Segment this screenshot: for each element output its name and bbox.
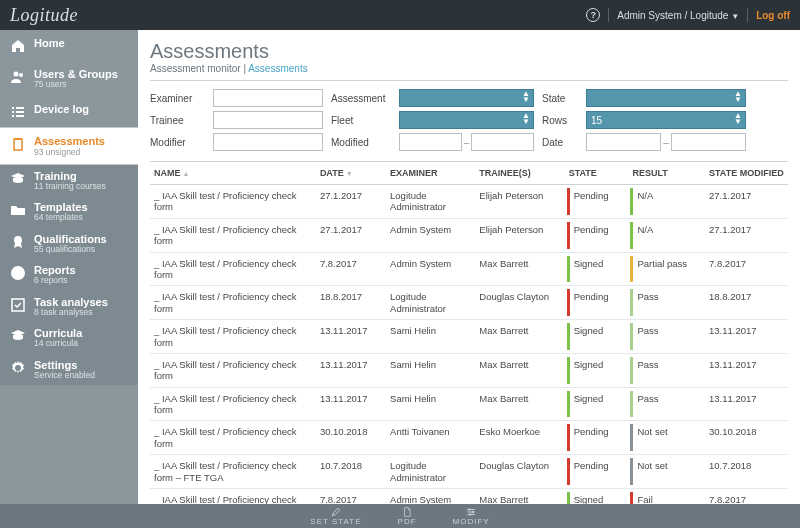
cell-result: Not set xyxy=(628,421,705,455)
cell-result: N/A xyxy=(628,185,705,219)
filter-modified-from[interactable] xyxy=(399,133,462,151)
cell-trainee: Max Barrett xyxy=(475,252,564,286)
cell-date: 27.1.2017 xyxy=(316,218,386,252)
chevron-down-icon: ▼ xyxy=(731,12,739,21)
col-trainees[interactable]: TRAINEE(S) xyxy=(475,162,564,185)
sidebar-item-qualifications[interactable]: Qualifications55 qualifications xyxy=(0,228,138,259)
cell-date: 7.8.2017 xyxy=(316,489,386,504)
col-name[interactable]: NAME▲ xyxy=(150,162,316,185)
table-row[interactable]: _ IAA Skill test / Proficiency check for… xyxy=(150,455,788,489)
cell-name: _ IAA Skill test / Proficiency check for… xyxy=(150,421,316,455)
sidebar-item-devicelog[interactable]: Device log xyxy=(0,96,138,127)
filter-trainee-input[interactable] xyxy=(213,111,323,129)
breadcrumb: Assessment monitor | Assessments xyxy=(150,63,788,74)
table-row[interactable]: _ IAA Skill test / Proficiency check for… xyxy=(150,387,788,421)
filter-rows-select[interactable]: 15▲▼ xyxy=(586,111,746,129)
cell-state: Pending xyxy=(565,185,629,219)
filter-label-examiner: Examiner xyxy=(150,93,205,104)
cell-state: Signed xyxy=(565,252,629,286)
pencil-icon xyxy=(330,507,342,517)
cell-result: N/A xyxy=(628,218,705,252)
cell-trainee: Max Barrett xyxy=(475,489,564,504)
cell-name: _ IAA Skill test / Proficiency check for… xyxy=(150,185,316,219)
sidebar-item-users[interactable]: Users & Groups75 users xyxy=(0,61,138,96)
sidebar-item-training[interactable]: Training11 training courses xyxy=(0,165,138,196)
table-row[interactable]: _ IAA Skill test / Proficiency check for… xyxy=(150,320,788,354)
sidebar-item-subtitle: 93 unsigned xyxy=(34,148,105,157)
sidebar-item-title: Settings xyxy=(34,359,95,371)
cell-name: _ IAA Skill test / Proficiency check for… xyxy=(150,353,316,387)
help-icon[interactable]: ? xyxy=(586,8,600,22)
filter-date-from[interactable] xyxy=(586,133,661,151)
cell-examiner: Admin System xyxy=(386,252,475,286)
filter-label-state: State xyxy=(542,93,578,104)
breadcrumb-parent[interactable]: Assessment monitor xyxy=(150,63,241,74)
table-row[interactable]: _ IAA Skill test / Proficiency check for… xyxy=(150,353,788,387)
sidebar-item-subtitle: 11 training courses xyxy=(34,182,106,191)
cell-date: 30.10.2018 xyxy=(316,421,386,455)
filter-assessment-select[interactable]: ▲▼ xyxy=(399,89,534,107)
filter-modified-to[interactable] xyxy=(471,133,534,151)
logoff-link[interactable]: Log off xyxy=(756,10,790,21)
grad-icon xyxy=(10,170,26,187)
brand-logo: Logitude xyxy=(10,5,78,26)
col-state-modified[interactable]: STATE MODIFIED xyxy=(705,162,788,185)
page-title: Assessments xyxy=(150,40,788,63)
sidebar-item-subtitle: 75 users xyxy=(34,80,118,89)
cell-state-modified: 7.8.2017 xyxy=(705,252,788,286)
svg-point-2 xyxy=(14,236,22,244)
svg-point-0 xyxy=(14,72,19,77)
sidebar-item-home[interactable]: Home xyxy=(0,30,138,61)
col-examiner[interactable]: EXAMINER xyxy=(386,162,475,185)
cell-examiner: Admin System xyxy=(386,489,475,504)
cell-result: Fail xyxy=(628,489,705,504)
cell-state: Pending xyxy=(565,218,629,252)
award-icon xyxy=(10,233,26,250)
results-table-scroll[interactable]: NAME▲ DATE▼ EXAMINER TRAINEE(S) STATE RE… xyxy=(150,161,788,504)
filter-fleet-select[interactable]: ▲▼ xyxy=(399,111,534,129)
sidebar-item-subtitle: 64 templates xyxy=(34,213,88,222)
pdf-action[interactable]: PDF xyxy=(398,507,417,526)
cell-name: _ IAA Skill test / Proficiency check for… xyxy=(150,218,316,252)
sidebar-item-reports[interactable]: Reports6 reports xyxy=(0,259,138,290)
cell-name: _ IAA Skill test / Proficiency check for… xyxy=(150,252,316,286)
user-menu[interactable]: Admin System / Logitude ▼ xyxy=(617,10,739,21)
sidebar-item-assessments[interactable]: Assessments93 unsigned xyxy=(0,127,138,164)
sidebar-item-curricula[interactable]: Curricula14 curricula xyxy=(0,322,138,353)
table-row[interactable]: _ IAA Skill test / Proficiency check for… xyxy=(150,252,788,286)
cell-state-modified: 27.1.2017 xyxy=(705,185,788,219)
set-state-action[interactable]: SET STATE xyxy=(310,507,361,526)
cell-state-modified: 27.1.2017 xyxy=(705,218,788,252)
cell-state: Pending xyxy=(565,421,629,455)
filter-date-to[interactable] xyxy=(671,133,746,151)
filter-modifier-input[interactable] xyxy=(213,133,323,151)
cell-state-modified: 7.8.2017 xyxy=(705,489,788,504)
col-state[interactable]: STATE xyxy=(565,162,629,185)
pie-icon xyxy=(10,264,26,281)
sidebar-item-settings[interactable]: SettingsService enabled xyxy=(0,354,138,385)
table-row[interactable]: _ IAA Skill test / Proficiency check for… xyxy=(150,286,788,320)
table-row[interactable]: _ IAA Skill test / Proficiency check for… xyxy=(150,489,788,504)
table-row[interactable]: _ IAA Skill test / Proficiency check for… xyxy=(150,218,788,252)
cell-date: 18.8.2017 xyxy=(316,286,386,320)
cell-date: 13.11.2017 xyxy=(316,387,386,421)
cell-state: Signed xyxy=(565,320,629,354)
filter-state-select[interactable]: ▲▼ xyxy=(586,89,746,107)
topbar: Logitude ? Admin System / Logitude ▼ Log… xyxy=(0,0,800,30)
col-result[interactable]: RESULT xyxy=(628,162,705,185)
sidebar-item-taskanalyses[interactable]: Task analyses8 task analyses xyxy=(0,291,138,322)
modify-action[interactable]: MODIFY xyxy=(453,507,490,526)
cell-state-modified: 13.11.2017 xyxy=(705,320,788,354)
cell-trainee: Elijah Peterson xyxy=(475,185,564,219)
sidebar-item-title: Task analyses xyxy=(34,296,108,308)
grad-icon xyxy=(10,327,26,344)
sidebar-item-templates[interactable]: Templates64 templates xyxy=(0,196,138,227)
cell-state: Signed xyxy=(565,387,629,421)
cell-trainee: Douglas Clayton xyxy=(475,455,564,489)
filter-examiner-input[interactable] xyxy=(213,89,323,107)
table-row[interactable]: _ IAA Skill test / Proficiency check for… xyxy=(150,421,788,455)
cell-result: Pass xyxy=(628,286,705,320)
cell-date: 13.11.2017 xyxy=(316,353,386,387)
table-row[interactable]: _ IAA Skill test / Proficiency check for… xyxy=(150,185,788,219)
col-date[interactable]: DATE▼ xyxy=(316,162,386,185)
